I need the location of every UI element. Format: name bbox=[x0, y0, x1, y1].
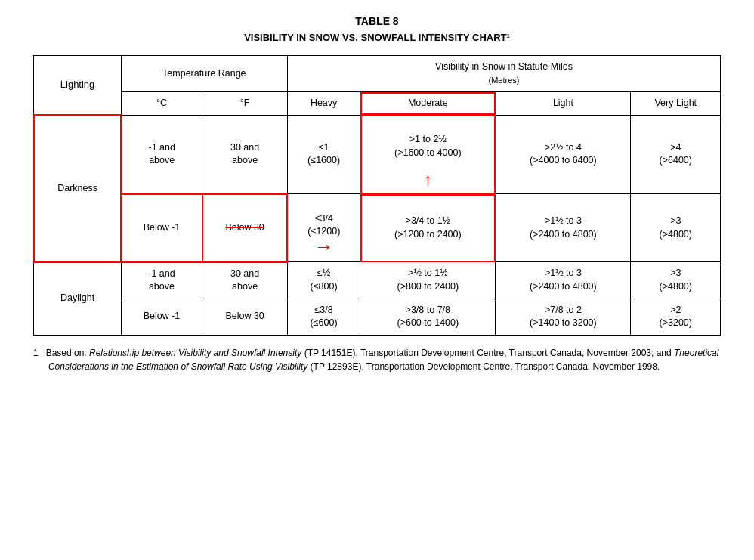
footnote-text: Based on: Relationship between Visibilit… bbox=[46, 348, 719, 372]
visibility-sub-label: (Metres) bbox=[489, 76, 520, 85]
moderate-row2: >3/4 to 1½ (>1200 to 2400) bbox=[360, 194, 496, 262]
header-celsius: °C bbox=[121, 92, 202, 116]
celsius-row1: -1 and above bbox=[121, 115, 202, 194]
fahrenheit-row2: Below 30 bbox=[202, 194, 288, 262]
heavy-row2: ≤3/4 (≤1200) → bbox=[287, 194, 360, 262]
header-lighting: Lighting bbox=[34, 56, 121, 116]
lighting-daylight: Daylight bbox=[34, 262, 121, 336]
header-visibility: Visibility in Snow in Statute Miles (Met… bbox=[287, 56, 720, 92]
header-light: Light bbox=[496, 92, 631, 116]
very-light-row4: >2 (>3200) bbox=[631, 299, 721, 335]
footnote-number: 1 bbox=[33, 348, 46, 358]
moderate-row4: >3/8 to 7/8 (>600 to 1400) bbox=[360, 299, 496, 335]
fahrenheit-row4: Below 30 bbox=[202, 299, 288, 335]
header-moderate: Moderate bbox=[360, 92, 496, 116]
arrow-right-icon: → bbox=[314, 239, 334, 255]
light-row2: >1½ to 3 (>2400 to 4800) bbox=[496, 194, 631, 262]
light-row4: >7/8 to 2 (>1400 to 3200) bbox=[496, 299, 631, 335]
page-subtitle: VISIBILITY IN SNOW VS. SNOWFALL INTENSIT… bbox=[15, 32, 739, 43]
very-light-row1: >4 (>6400) bbox=[631, 115, 721, 194]
strikethrough-text: Below 30 bbox=[225, 222, 264, 233]
header-heavy: Heavy bbox=[287, 92, 360, 116]
light-row1: >2½ to 4 (>4000 to 6400) bbox=[496, 115, 631, 194]
very-light-row3: >3 (>4800) bbox=[631, 262, 721, 299]
very-light-row2: >3 (>4800) bbox=[631, 194, 721, 262]
page-title: TABLE 8 bbox=[15, 15, 739, 27]
header-very-light: Very Light bbox=[631, 92, 721, 116]
moderate-row1: >1 to 2½(>1600 to 4000) ↑ bbox=[360, 115, 496, 194]
celsius-row2: Below -1 bbox=[121, 194, 202, 262]
heavy-row4: ≤3/8 (≤600) bbox=[287, 299, 360, 335]
footnote: 1 Based on: Relationship between Visibil… bbox=[33, 346, 721, 373]
visibility-label: Visibility in Snow in Statute Miles bbox=[435, 61, 573, 72]
header-fahrenheit: °F bbox=[202, 92, 288, 116]
moderate-row3: >½ to 1½ (>800 to 2400) bbox=[360, 262, 496, 299]
main-table: Lighting Temperature Range Visibility in… bbox=[33, 55, 721, 336]
fahrenheit-row1: 30 and above bbox=[202, 115, 288, 194]
light-row3: >1½ to 3 (>2400 to 4800) bbox=[496, 262, 631, 299]
arrow-up-icon: ↑ bbox=[424, 173, 432, 187]
lighting-darkness: Darkness bbox=[34, 115, 121, 262]
celsius-row4: Below -1 bbox=[121, 299, 202, 335]
heavy-row3: ≤½ (≤800) bbox=[287, 262, 360, 299]
header-temp-range: Temperature Range bbox=[121, 56, 287, 92]
fahrenheit-row3: 30 and above bbox=[202, 262, 288, 299]
heavy-row1: ≤1 (≤1600) bbox=[287, 115, 360, 194]
celsius-row3: -1 and above bbox=[121, 262, 202, 299]
